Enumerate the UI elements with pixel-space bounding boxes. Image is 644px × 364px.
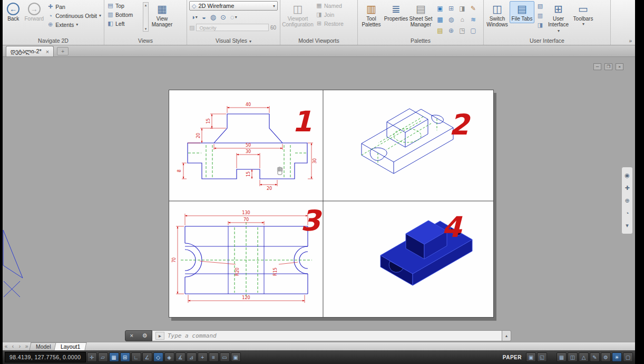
first-layout-icon[interactable]: «	[3, 343, 9, 349]
file-tabs-button[interactable]: ▤ File Tabs	[510, 1, 534, 23]
panel-label-visual-styles[interactable]: Visual Styles ▾	[187, 37, 280, 45]
shadow-style-button[interactable]: ◒	[200, 12, 208, 22]
grid-display-button[interactable]: ⊞	[120, 352, 130, 362]
properties-palette-button[interactable]: ≣ Properties	[384, 1, 408, 23]
xray-dropdown-icon[interactable]: ▾	[235, 15, 237, 20]
extents-dropdown-icon[interactable]: ▾	[76, 22, 78, 27]
toolbars-button[interactable]: ▭ Toolbars ▾	[571, 1, 596, 28]
render-settings-button[interactable]: ≋	[468, 14, 479, 25]
sheet-set-manager-button[interactable]: ▤ Sheet Set Manager	[408, 1, 433, 29]
command-prompt-icon[interactable]: ▸	[155, 332, 164, 340]
views-scroll-down-icon[interactable]: ▾	[143, 26, 148, 31]
drawing-file-tab[interactable]: დეტალი-2* ×	[6, 46, 54, 56]
nav-orbit-icon[interactable]: ◔	[626, 210, 629, 216]
pan-button[interactable]: ✚ Pan	[45, 2, 103, 11]
quick-view-drawings-button[interactable]: ◱	[537, 352, 547, 362]
object-snap-button[interactable]: ◇	[153, 352, 163, 362]
new-tab-button[interactable]: +	[57, 47, 69, 55]
crosshair-button[interactable]: ✛	[87, 352, 97, 362]
dynamic-input-button[interactable]: +	[198, 352, 208, 362]
nav-more-icon[interactable]: ▾	[626, 222, 629, 229]
viewport-configuration-button[interactable]: ◫ Viewport Configuration	[281, 1, 314, 29]
drawing-canvas[interactable]: ─ ❐ ×	[3, 57, 635, 342]
back-button[interactable]: ← Back	[4, 1, 23, 23]
object-isolate-button[interactable]: ☀	[612, 352, 622, 362]
tab-close-icon[interactable]: ×	[46, 49, 49, 55]
visual-styles-palette-button[interactable]: ⌂	[457, 14, 467, 25]
user-interface-dropdown-icon[interactable]: ▾	[558, 28, 560, 33]
panel-label-palettes[interactable]: Palettes	[358, 37, 483, 45]
toolbars-dropdown-icon[interactable]: ▾	[582, 22, 584, 26]
view-top-button[interactable]: ▤ Top	[105, 1, 142, 10]
autoscale-button[interactable]: △	[579, 352, 589, 362]
next-layout-icon[interactable]: ›	[16, 343, 23, 349]
workspace-switching-button[interactable]: ⚙	[601, 352, 611, 362]
steering-wheel-icon[interactable]: ◉	[625, 172, 630, 179]
quick-properties-button[interactable]: ▣	[231, 352, 241, 362]
extents-button[interactable]: ⊕ Extents ▾	[45, 20, 103, 29]
model-tab[interactable]: Model	[29, 342, 57, 350]
panel-label-user-interface[interactable]: User Interface	[484, 37, 610, 45]
ortho-mode-button[interactable]: ∟	[131, 352, 141, 362]
restore-icon[interactable]: ❐	[604, 63, 612, 70]
restore-viewports-button[interactable]: ⊞ Restore	[314, 19, 345, 28]
polar-tracking-button[interactable]: ∠	[142, 352, 152, 362]
texture-style-button[interactable]: ◍	[209, 12, 218, 22]
external-references-button[interactable]: ◨	[457, 3, 467, 14]
xray-button[interactable]: ◌▾	[229, 12, 239, 22]
nav-zoom-icon[interactable]: ⊕	[625, 197, 629, 204]
paper-space-toggle[interactable]: PAPER	[500, 355, 525, 360]
layout1-tab[interactable]: Layout1	[54, 342, 87, 350]
view-left-button[interactable]: ◧ Left	[105, 19, 142, 28]
panel-label-views[interactable]: Views	[104, 37, 187, 45]
command-close-icon[interactable]: ×	[130, 333, 133, 339]
layout-paper-sheet[interactable]: 40 15 20 50 30 15 20 8 30	[169, 90, 494, 318]
switch-windows-button[interactable]: ◫ Switch Windows	[485, 1, 510, 29]
infer-constraints-button[interactable]: ▱	[98, 352, 108, 362]
command-history-button[interactable]: ▴	[502, 330, 511, 341]
ribbon-overflow-icon[interactable]: »	[629, 38, 632, 44]
join-viewports-button[interactable]: ◨ Join	[314, 10, 345, 19]
nav-pan-icon[interactable]: ✚	[625, 185, 629, 191]
forward-button[interactable]: → Forward	[24, 1, 45, 23]
quick-view-layouts-button[interactable]: ▣	[526, 352, 536, 362]
user-interface-button[interactable]: ⊞ User Interface ▾	[546, 1, 571, 35]
quickcalc-button[interactable]: ⊞	[446, 3, 456, 14]
orbit-dropdown-icon[interactable]: ▾	[99, 13, 101, 18]
annotation-scale-button[interactable]: ▦	[557, 352, 567, 362]
view-manager-button[interactable]: ▦ View Manager	[150, 1, 174, 29]
close-icon[interactable]: ×	[616, 63, 623, 70]
tile-horizontally-icon[interactable]: ▥	[538, 11, 543, 20]
views-list-scrollbar[interactable]: ▴ ▾	[143, 2, 149, 32]
lights-palette-button[interactable]: ▦	[435, 14, 445, 25]
tile-vertically-icon[interactable]: ◨	[538, 20, 543, 30]
face-style-button[interactable]: ◑▾	[189, 12, 199, 22]
annotation-visibility-button[interactable]: ◫	[568, 352, 578, 362]
lineweight-button[interactable]: ≡	[209, 352, 219, 362]
sun-properties-button[interactable]: ▤	[435, 25, 445, 36]
annotation-monitor-button[interactable]: ✎	[590, 352, 600, 362]
view-bottom-button[interactable]: ▥ Bottom	[105, 10, 142, 19]
dynamic-ucs-button[interactable]: ⊿	[187, 352, 197, 362]
views-scroll-up-icon[interactable]: ▴	[143, 3, 148, 7]
edge-effects-button[interactable]: ⊙	[219, 12, 228, 22]
opacity-slider[interactable]: Opacity	[196, 24, 269, 31]
wrench-icon[interactable]: ⚙	[142, 333, 148, 339]
designcenter-button[interactable]: ▣	[435, 3, 445, 14]
coordinates-display[interactable]: 98.4139, 127.7756, 0.0000	[5, 352, 86, 362]
named-viewports-button[interactable]: ▦ Named	[314, 1, 345, 10]
face-style-dropdown-icon[interactable]: ▾	[196, 15, 198, 20]
markup-set-manager-button[interactable]: ✎	[468, 3, 479, 14]
visual-style-dropdown[interactable]: ◇ 2D Wireframe ▾	[189, 1, 278, 11]
panel-label-model-viewports[interactable]: Model Viewports	[280, 37, 357, 45]
materials-browser-button[interactable]: ◍	[446, 14, 456, 25]
continuous-orbit-button[interactable]: ◔ Continuous Orbit ▾	[45, 11, 103, 20]
tool-palettes-button[interactable]: ▥ Tool Palettes	[359, 1, 384, 29]
dbconnect-button[interactable]: ⊕	[446, 25, 456, 36]
command-input[interactable]: ▸ Type a command	[152, 330, 502, 341]
panel-label-navigate-2d[interactable]: Navigate 2D	[3, 37, 104, 45]
layer-palette-button[interactable]: ◳	[457, 25, 467, 36]
visual-style-dropdown-icon[interactable]: ▾	[273, 4, 275, 8]
snap-mode-button[interactable]: ▦	[109, 352, 119, 362]
transparency-button[interactable]: ▭	[220, 352, 230, 362]
